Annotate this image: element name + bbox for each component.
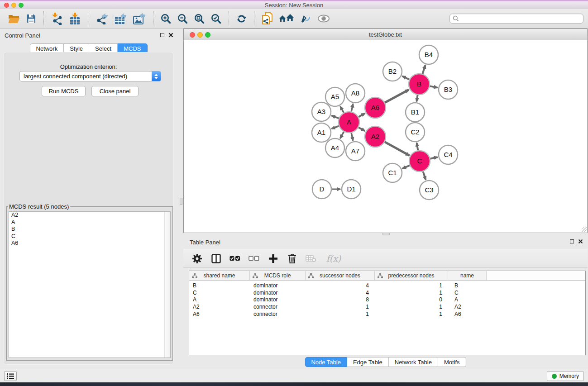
float-panel-icon[interactable] <box>570 239 574 243</box>
tab-edge-table[interactable]: Edge Table <box>347 357 389 367</box>
node-A4[interactable]: A4 <box>325 138 344 157</box>
edge-A6-B[interactable] <box>385 90 409 102</box>
edge-B-B1[interactable] <box>416 95 417 101</box>
node-C1[interactable]: C1 <box>383 163 402 182</box>
table-row[interactable]: A2connector11A2 <box>189 303 585 310</box>
node-B[interactable]: B <box>409 74 430 95</box>
node-B4[interactable]: B4 <box>419 45 438 64</box>
table-row[interactable]: Adominator80A <box>189 296 585 304</box>
show-hide-graphics-details-button[interactable] <box>314 10 333 27</box>
node-C4[interactable]: C4 <box>439 145 458 164</box>
edge-A-A8[interactable] <box>351 104 353 111</box>
edge-A-A5[interactable] <box>340 106 344 113</box>
edge-A-A4[interactable] <box>340 132 344 138</box>
column-header-name[interactable]: name <box>448 271 487 281</box>
node-B3[interactable]: B3 <box>439 80 458 99</box>
open-session-button[interactable] <box>5 10 23 27</box>
tab-style[interactable]: Style <box>64 43 89 53</box>
export-table-button[interactable] <box>111 10 130 27</box>
edge-C-C3[interactable] <box>423 172 426 180</box>
refresh-view-button[interactable] <box>233 10 250 27</box>
edge-A-A1[interactable] <box>332 126 339 129</box>
zoom-fit-button[interactable] <box>191 10 208 27</box>
edge-B-B4[interactable] <box>422 65 425 74</box>
float-panel-icon[interactable] <box>160 33 164 37</box>
node-A5[interactable]: A5 <box>325 87 344 106</box>
edge-C-C1[interactable] <box>402 166 410 169</box>
node-C[interactable]: C <box>409 151 430 172</box>
column-header-predecessor-nodes[interactable]: predecessor nodes <box>375 271 448 281</box>
tab-network-table[interactable]: Network Table <box>389 357 438 367</box>
show-column-button[interactable] <box>210 253 221 264</box>
tab-motifs[interactable]: Motifs <box>438 357 466 367</box>
column-header-MCDS-role[interactable]: MCDS role <box>250 271 306 281</box>
search-field[interactable] <box>449 14 583 24</box>
close-panel-button[interactable]: Close panel <box>91 86 139 96</box>
edge-C-C4[interactable] <box>430 157 437 159</box>
add-column-button[interactable] <box>268 253 278 264</box>
node-B2[interactable]: B2 <box>383 62 402 81</box>
import-network-button[interactable] <box>48 10 67 27</box>
edge-C-C2[interactable] <box>417 143 418 151</box>
tab-mcds[interactable]: MCDS <box>118 43 147 53</box>
zoom-in-button[interactable] <box>158 10 174 27</box>
mcds-result-list[interactable]: A2ABCA6 <box>9 211 171 358</box>
destroy-table-button[interactable] <box>306 253 316 264</box>
edge-B-B2[interactable] <box>402 76 410 79</box>
show-panels-button[interactable] <box>4 371 17 381</box>
node-A[interactable]: A <box>339 112 359 133</box>
export-network-button[interactable] <box>92 10 111 27</box>
table-row[interactable]: A6connector11A6 <box>189 310 585 318</box>
column-header-shared-name[interactable]: shared name <box>189 271 250 281</box>
import-table-button[interactable] <box>67 10 84 27</box>
node-A8[interactable]: A8 <box>346 84 365 103</box>
edge-A-A7[interactable] <box>351 133 353 140</box>
select-all-button[interactable] <box>229 253 240 264</box>
table-row[interactable]: Bdominator41B <box>189 282 585 289</box>
edge-B-B3[interactable] <box>430 86 438 87</box>
mcds-result-item[interactable]: A6 <box>9 240 170 247</box>
save-session-button[interactable] <box>23 10 39 27</box>
column-header-successor-nodes[interactable]: successor nodes <box>306 271 375 281</box>
table-options-button[interactable] <box>191 253 202 264</box>
window-resize-grip[interactable] <box>582 227 587 232</box>
network-canvas[interactable]: AA1A2A3A4A5A6A7A8BB1B2B3B4CC1C2C3C4DD1 <box>184 40 587 233</box>
node-C2[interactable]: C2 <box>406 123 425 142</box>
table-row[interactable]: Cdominator41C <box>189 289 585 296</box>
deselect-all-button[interactable] <box>249 253 259 264</box>
node-A1[interactable]: A1 <box>312 123 331 142</box>
function-builder-button[interactable]: f(x) <box>325 253 343 264</box>
node-A7[interactable]: A7 <box>346 142 365 161</box>
tab-select[interactable]: Select <box>89 43 118 53</box>
scrollbar-track[interactable] <box>164 212 170 357</box>
tab-network[interactable]: Network <box>29 43 64 53</box>
memory-button[interactable]: Memory <box>547 371 584 381</box>
node-C3[interactable]: C3 <box>420 181 439 200</box>
mcds-result-item[interactable]: C <box>9 233 170 240</box>
node-A3[interactable]: A3 <box>312 102 331 121</box>
annotation-mode-button[interactable] <box>297 10 314 27</box>
node-D[interactable]: D <box>312 180 331 199</box>
close-panel-icon[interactable] <box>578 239 583 244</box>
edge-A-A3[interactable] <box>332 116 339 119</box>
mcds-result-item[interactable]: A2 <box>9 212 170 219</box>
open-cybrowser-button[interactable] <box>276 10 297 27</box>
run-mcds-button[interactable]: Run MCDS <box>42 86 86 96</box>
export-image-button[interactable] <box>130 10 149 27</box>
edge-A-A6[interactable] <box>359 114 365 117</box>
tab-node-table[interactable]: Node Table <box>305 357 347 367</box>
search-input[interactable] <box>461 14 580 23</box>
mcds-result-item[interactable]: B <box>9 226 170 233</box>
zoom-selected-button[interactable] <box>208 10 225 27</box>
node-A6[interactable]: A6 <box>365 97 386 118</box>
node-B1[interactable]: B1 <box>406 103 425 122</box>
delete-column-button[interactable] <box>287 253 297 264</box>
edge-A-A2[interactable] <box>359 128 365 131</box>
edge-A2-C[interactable] <box>385 142 409 156</box>
criterion-dropdown[interactable]: largest connected component (directed) <box>19 71 161 81</box>
close-panel-icon[interactable] <box>168 33 173 38</box>
node-D1[interactable]: D1 <box>342 180 361 199</box>
new-network-from-selection-button[interactable] <box>258 10 276 27</box>
panel-divider-grip[interactable] <box>180 198 182 205</box>
node-A2[interactable]: A2 <box>365 126 386 147</box>
